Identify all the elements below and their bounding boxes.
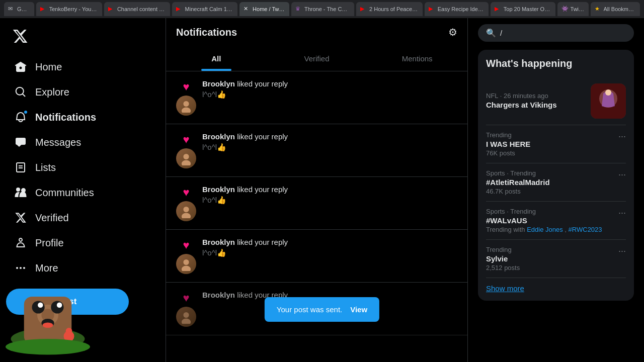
- verified-icon: [14, 211, 27, 224]
- toast-view-link[interactable]: View: [350, 305, 367, 314]
- mascot-decoration: [0, 254, 101, 362]
- tab-all[interactable]: All: [166, 46, 267, 71]
- rwc2023-link[interactable]: #RWC2023: [569, 226, 602, 233]
- tab-bookmarks[interactable]: ★ All Bookmarks: [591, 2, 640, 16]
- tab-top20-label: Top 20 Master Oog...: [504, 6, 551, 12]
- notification-text: Brooklyn liked your reply: [202, 238, 457, 246]
- trend-item-nfl[interactable]: NFL · 26 minutes ago Chargers at Vikings: [486, 77, 626, 125]
- tab-bookmarks-label: All Bookmarks: [604, 6, 636, 12]
- notification-item[interactable]: ♥ Brooklyn liked your reply l^o^l👍: [166, 124, 467, 177]
- notification-reply-text: l^o^l👍: [202, 143, 457, 152]
- notification-user: Brooklyn: [202, 132, 235, 141]
- svg-point-13: [183, 101, 189, 107]
- trend-header-4: Trending Sylvie 2,512 posts ···: [486, 246, 626, 272]
- notif-left-col: ♥: [176, 79, 196, 116]
- eddie-jones-link[interactable]: Eddie Jones: [527, 226, 563, 233]
- tab-gmail[interactable]: ✉ Gmail: [4, 2, 34, 16]
- tab-2hours[interactable]: ▶ 2 Hours of Peaceful...: [356, 2, 423, 16]
- right-sidebar: 🔍 What's happening NFL · 26 minutes ago …: [468, 18, 644, 362]
- sidebar-item-verified-label: Verified: [35, 212, 69, 224]
- comma-separator: ,: [565, 226, 568, 233]
- trend-meta-1: Trending: [486, 131, 530, 139]
- tab-verified[interactable]: Verified: [267, 46, 367, 71]
- avatar-image: [179, 151, 193, 165]
- trend-more-button-3[interactable]: ···: [618, 208, 626, 218]
- svg-point-7: [57, 303, 62, 308]
- sidebar-item-explore[interactable]: Explore: [6, 79, 159, 105]
- x-logo-svg: [12, 28, 28, 44]
- trend-posts-4: 2,512 posts: [486, 264, 520, 272]
- notification-action: liked your reply: [237, 185, 288, 194]
- svg-point-5: [51, 301, 63, 313]
- search-input[interactable]: [500, 29, 626, 37]
- tab-throne[interactable]: ♛ Throne - The Com...: [291, 2, 354, 16]
- twitch-favicon: 👾: [561, 6, 569, 13]
- avatar: [176, 148, 196, 168]
- trend-more-button-2[interactable]: ···: [618, 169, 626, 180]
- notification-user: Brooklyn: [202, 79, 235, 88]
- trend-item-1[interactable]: Trending I WAS HERE 76K posts ···: [486, 125, 626, 163]
- sidebar-item-communities[interactable]: Communities: [6, 180, 159, 205]
- yt2-favicon: ▶: [108, 6, 115, 13]
- avatar-image: [179, 257, 193, 271]
- filter-tabs: All Verified Mentions: [166, 46, 467, 71]
- notification-item[interactable]: ♥ Brooklyn liked your reply l^o^l👍: [166, 71, 467, 124]
- svg-point-21: [183, 312, 189, 318]
- trend-name-4: Sylvie: [486, 254, 520, 263]
- notification-item[interactable]: ♥ Brooklyn liked your reply l^o^l👍: [166, 230, 467, 283]
- notification-content: Brooklyn liked your reply l^o^l👍: [202, 79, 457, 116]
- sidebar-item-lists[interactable]: Lists: [6, 155, 159, 180]
- svg-point-4: [32, 301, 45, 313]
- notification-action: liked your reply: [237, 79, 288, 88]
- trend-more-button-1[interactable]: ···: [618, 131, 626, 142]
- show-more-link[interactable]: Show more: [486, 278, 626, 293]
- tab-twitch[interactable]: 👾 Twitch: [557, 2, 589, 16]
- notification-item[interactable]: ♥ Brooklyn liked your reply l^o^l👍: [166, 177, 467, 230]
- trending-with-label: Trending with: [486, 226, 527, 233]
- tab-mentions[interactable]: Mentions: [367, 46, 467, 71]
- nfl-trend-meta: NFL · 26 minutes ago: [486, 92, 557, 100]
- notification-action: liked your reply: [237, 238, 288, 246]
- whats-happening-title: What's happening: [486, 58, 626, 69]
- sidebar-item-communities-label: Communities: [35, 187, 94, 199]
- avatar: [176, 201, 196, 221]
- notification-reply-text: l^o^l👍: [202, 248, 457, 257]
- communities-icon: [14, 186, 27, 199]
- messages-icon: [14, 136, 27, 149]
- trend-item-2[interactable]: Sports · Trending #AtletiRealMadrid 46.7…: [486, 163, 626, 202]
- x-logo[interactable]: [6, 22, 159, 52]
- sidebar-item-messages[interactable]: Messages: [6, 130, 159, 155]
- home-icon: [14, 60, 27, 73]
- tab-minecraft[interactable]: ▶ Minecraft Calm 1 M...: [172, 2, 237, 16]
- search-bar[interactable]: 🔍: [478, 24, 634, 42]
- notifications-page-title: Notifications: [176, 27, 237, 38]
- sidebar-item-verified[interactable]: Verified: [6, 205, 159, 230]
- sidebar-item-profile[interactable]: Profile: [6, 230, 159, 255]
- tab-twitter-label: Home / Twitter: [253, 6, 285, 12]
- trend-header-1: Trending I WAS HERE 76K posts ···: [486, 131, 626, 157]
- tab-channel[interactable]: ▶ Channel content - Y...: [104, 2, 170, 16]
- trend-more-button-4[interactable]: ···: [618, 246, 626, 256]
- trend-item-4[interactable]: Trending Sylvie 2,512 posts ···: [486, 240, 626, 278]
- settings-icon[interactable]: ⚙: [448, 26, 457, 38]
- sidebar-item-notifications[interactable]: Notifications: [6, 105, 159, 130]
- svg-point-20: [182, 266, 191, 272]
- avatar: [176, 254, 196, 274]
- notification-reply-text: l^o^l👍: [202, 196, 457, 205]
- svg-point-6: [38, 303, 43, 308]
- trend-item-3[interactable]: Sports · Trending #WALvAUS Trending with…: [486, 202, 626, 240]
- notif-left-col: ♥: [176, 185, 196, 221]
- tab-tenkberry-label: TenkoBerry - YouTu...: [49, 6, 98, 12]
- tab-tenkberry[interactable]: ▶ TenkoBerry - YouTu...: [36, 2, 102, 16]
- tab-top20[interactable]: ▶ Top 20 Master Oog...: [491, 2, 555, 16]
- sidebar-item-home[interactable]: Home: [6, 54, 159, 79]
- sidebar-item-lists-label: Lists: [35, 162, 56, 173]
- trend-info-4: Trending Sylvie 2,512 posts: [486, 246, 520, 272]
- whats-happening-widget: What's happening NFL · 26 minutes ago Ch…: [478, 50, 634, 301]
- tab-recipe[interactable]: ▶ Easy Recipe Ideas...: [425, 2, 489, 16]
- tab-twitter[interactable]: ✕ Home / Twitter: [239, 2, 289, 16]
- tab-minecraft-label: Minecraft Calm 1 M...: [185, 6, 233, 12]
- trend-name-3: #WALvAUS: [486, 216, 602, 225]
- notif-left-col: ♥: [176, 132, 196, 168]
- sidebar-item-home-label: Home: [35, 61, 62, 73]
